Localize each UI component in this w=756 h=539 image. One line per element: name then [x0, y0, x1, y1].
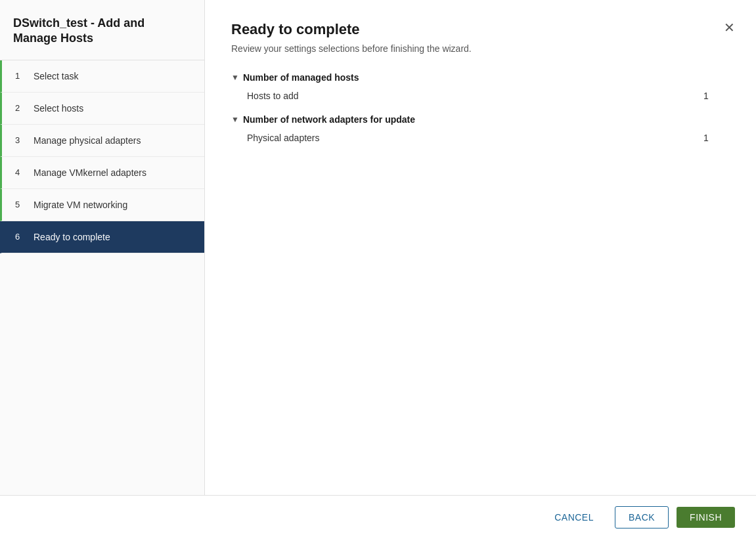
- summary-section-header-managed-hosts[interactable]: ▼Number of managed hosts: [231, 72, 730, 83]
- step-number-6: 6: [15, 232, 26, 242]
- dialog-footer: CANCEL BACK FINISH: [0, 495, 756, 539]
- finish-button[interactable]: FINISH: [677, 507, 735, 528]
- close-icon: ✕: [724, 20, 735, 35]
- step-label-5: Migrate VM networking: [33, 200, 127, 210]
- sidebar-title: DSwitch_test - Add and Manage Hosts: [0, 0, 204, 60]
- sidebar-steps: 1Select task2Select hosts3Manage physica…: [0, 60, 204, 253]
- summary-row-value: 1: [703, 91, 730, 101]
- step-number-1: 1: [15, 71, 26, 81]
- step-number-3: 3: [15, 135, 26, 145]
- chevron-down-icon: ▼: [231, 73, 239, 82]
- wizard-dialog: DSwitch_test - Add and Manage Hosts 1Sel…: [0, 0, 756, 539]
- sidebar-step-6[interactable]: 6Ready to complete: [0, 221, 204, 253]
- sidebar: DSwitch_test - Add and Manage Hosts 1Sel…: [0, 0, 205, 495]
- chevron-down-icon: ▼: [231, 115, 239, 124]
- summary-section-network-adapters: ▼Number of network adapters for updatePh…: [231, 114, 730, 146]
- step-number-5: 5: [15, 200, 26, 209]
- sidebar-step-2[interactable]: 2Select hosts: [0, 93, 204, 125]
- step-label-1: Select task: [33, 71, 78, 81]
- summary-section-header-network-adapters[interactable]: ▼Number of network adapters for update: [231, 114, 730, 125]
- summary-row-value: 1: [703, 133, 730, 143]
- sidebar-step-1[interactable]: 1Select task: [0, 60, 204, 93]
- section-header-text-network-adapters: Number of network adapters for update: [243, 114, 415, 125]
- main-content: ✕ Ready to complete Review your settings…: [205, 0, 756, 495]
- page-subtitle: Review your settings selections before f…: [231, 43, 730, 54]
- summary-row: Hosts to add1: [231, 88, 730, 104]
- step-label-2: Select hosts: [33, 103, 83, 114]
- summary-row-label: Physical adapters: [247, 133, 703, 143]
- step-number-2: 2: [15, 103, 26, 113]
- back-button[interactable]: BACK: [615, 506, 669, 528]
- section-header-text-managed-hosts: Number of managed hosts: [243, 72, 359, 83]
- step-label-6: Ready to complete: [33, 232, 110, 242]
- step-label-3: Manage physical adapters: [33, 135, 141, 146]
- close-button[interactable]: ✕: [721, 18, 738, 37]
- summary-sections: ▼Number of managed hostsHosts to add1▼Nu…: [231, 72, 730, 156]
- summary-row: Physical adapters1: [231, 130, 730, 146]
- step-number-4: 4: [15, 167, 26, 177]
- page-title: Ready to complete: [231, 21, 730, 38]
- summary-section-managed-hosts: ▼Number of managed hostsHosts to add1: [231, 72, 730, 104]
- step-label-4: Manage VMkernel adapters: [33, 167, 146, 178]
- sidebar-step-4[interactable]: 4Manage VMkernel adapters: [0, 157, 204, 189]
- summary-row-label: Hosts to add: [247, 91, 703, 101]
- dialog-body: DSwitch_test - Add and Manage Hosts 1Sel…: [0, 0, 756, 495]
- cancel-button[interactable]: CANCEL: [541, 507, 607, 528]
- sidebar-step-5[interactable]: 5Migrate VM networking: [0, 189, 204, 221]
- sidebar-step-3[interactable]: 3Manage physical adapters: [0, 125, 204, 157]
